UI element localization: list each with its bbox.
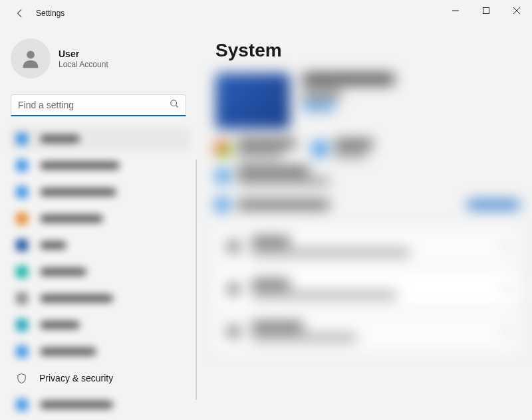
svg-rect-1 <box>483 8 489 14</box>
nav-item[interactable] <box>9 393 190 417</box>
svg-point-5 <box>171 100 177 106</box>
close-button[interactable] <box>501 0 532 21</box>
page-title: System <box>215 40 520 61</box>
svg-line-6 <box>176 106 178 108</box>
shield-icon <box>16 373 27 384</box>
avatar <box>11 39 51 78</box>
profile-subtitle: Local Account <box>59 60 108 69</box>
nav-item[interactable] <box>9 233 190 257</box>
nav-item[interactable] <box>9 340 190 364</box>
search-icon <box>170 99 179 111</box>
back-button[interactable] <box>12 5 28 21</box>
sidebar: User Local Account Privacy <box>0 27 197 420</box>
nav-list: Privacy & security <box>0 124 197 417</box>
blurred-content <box>215 73 520 351</box>
profile-name: User <box>59 49 108 59</box>
nav-item[interactable] <box>9 207 190 231</box>
window-title: Settings <box>36 9 65 18</box>
nav-item[interactable] <box>9 260 190 284</box>
nav-item-label: Privacy & security <box>39 373 113 383</box>
sidebar-divider <box>196 159 197 400</box>
search-input[interactable] <box>18 100 170 110</box>
minimize-button[interactable] <box>440 0 471 21</box>
nav-item[interactable] <box>9 180 190 204</box>
nav-item[interactable] <box>9 286 190 310</box>
maximize-button[interactable] <box>471 0 501 21</box>
profile-section[interactable]: User Local Account <box>0 35 197 90</box>
nav-item[interactable] <box>9 127 190 151</box>
titlebar: Settings <box>0 0 532 27</box>
nav-item-privacy-security[interactable]: Privacy & security <box>9 366 190 390</box>
search-box[interactable] <box>11 94 186 116</box>
svg-point-4 <box>27 51 35 58</box>
window-controls <box>440 0 532 21</box>
nav-item[interactable] <box>9 154 190 177</box>
main-panel: System <box>197 27 532 420</box>
nav-item[interactable] <box>9 313 190 337</box>
